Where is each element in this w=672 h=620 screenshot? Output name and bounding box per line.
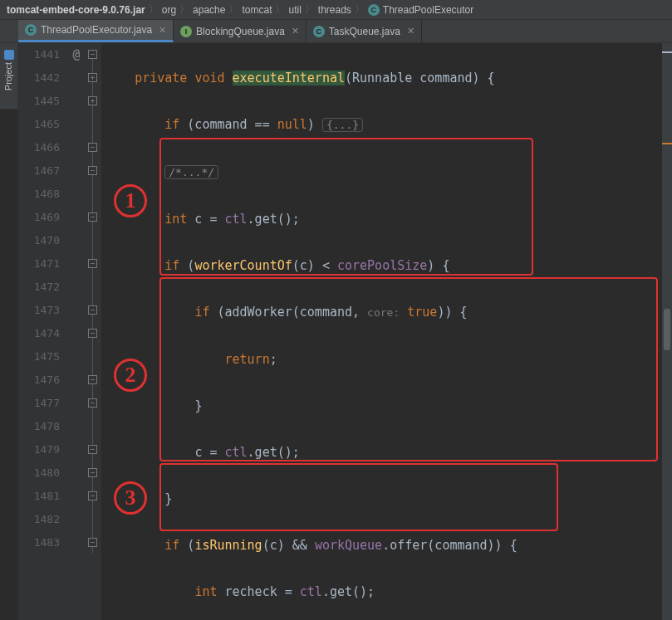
breadcrumb-pkg[interactable]: apache [193, 4, 225, 16]
tab-label: ThreadPoolExecutor.java [41, 24, 152, 36]
close-icon[interactable]: ✕ [407, 26, 414, 37]
code-editor[interactable]: 1441144214451465 1466146714681469 147014… [18, 43, 672, 620]
folded-block[interactable]: {...} [322, 118, 363, 132]
editor-tabs: C ThreadPoolExecutor.java ✕ I BlockingQu… [0, 20, 672, 43]
tab-threadpoolexecutor[interactable]: C ThreadPoolExecutor.java ✕ [18, 20, 174, 42]
project-icon [4, 50, 14, 60]
chevron-icon: 〉 [179, 2, 189, 17]
code-content[interactable]: private void executeInternal(Runnable co… [101, 43, 672, 620]
fold-toggle-icon[interactable]: − [88, 538, 97, 547]
tab-label: BlockingQueue.java [196, 26, 285, 37]
annotation-gutter: @ [68, 43, 85, 620]
fold-toggle-icon[interactable]: − [88, 259, 97, 268]
close-icon[interactable]: ✕ [159, 25, 166, 36]
class-icon: C [313, 26, 325, 37]
fold-toggle-icon[interactable]: − [88, 305, 97, 315]
fold-toggle-icon[interactable]: − [88, 212, 97, 222]
breadcrumb-jar[interactable]: tomcat-embed-core-9.0.76.jar [7, 4, 145, 16]
project-tool-window-tab[interactable]: Project [0, 43, 18, 110]
tab-taskqueue[interactable]: C TaskQueue.java ✕ [307, 20, 422, 42]
breadcrumb-pkg[interactable]: org [162, 4, 176, 16]
breadcrumb-class[interactable]: CThreadPoolExecutor [368, 4, 473, 16]
fold-toggle-icon[interactable]: + [88, 96, 97, 105]
chevron-icon: 〉 [305, 2, 315, 17]
chevron-icon: 〉 [228, 2, 238, 17]
folded-comment[interactable]: /*...*/ [164, 165, 218, 179]
editor-scrollbar[interactable] [662, 43, 672, 620]
fold-toggle-icon[interactable]: + [88, 73, 97, 82]
interface-icon: I [180, 26, 192, 37]
chevron-icon: 〉 [149, 2, 159, 17]
breadcrumb-pkg[interactable]: util [288, 4, 301, 16]
fold-toggle-icon[interactable]: − [88, 375, 97, 384]
fold-gutter: − + + − − − − − − − − − − − − [85, 43, 101, 620]
fold-toggle-icon[interactable]: − [88, 468, 97, 477]
line-number-gutter: 1441144214451465 1466146714681469 147014… [18, 43, 68, 620]
class-icon: C [368, 4, 380, 16]
fold-toggle-icon[interactable]: − [88, 166, 97, 175]
scrollbar-thumb[interactable] [664, 309, 670, 350]
fold-toggle-icon[interactable]: − [88, 398, 97, 408]
fold-toggle-icon[interactable]: − [88, 50, 97, 59]
fold-toggle-icon[interactable]: − [88, 491, 97, 500]
tab-label: TaskQueue.java [329, 26, 400, 37]
breadcrumb: tomcat-embed-core-9.0.76.jar 〉 org 〉 apa… [0, 0, 672, 20]
sidebar-label: Project [4, 61, 14, 90]
breadcrumb-pkg[interactable]: tomcat [242, 4, 272, 16]
tab-blockingqueue[interactable]: I BlockingQueue.java ✕ [174, 20, 307, 42]
chevron-icon: 〉 [355, 2, 365, 17]
class-icon: C [25, 24, 37, 36]
fold-toggle-icon[interactable]: − [88, 329, 97, 338]
fold-toggle-icon[interactable]: − [88, 143, 97, 152]
fold-toggle-icon[interactable]: − [88, 445, 97, 454]
close-icon[interactable]: ✕ [292, 26, 299, 37]
breadcrumb-pkg[interactable]: threads [318, 4, 351, 16]
chevron-icon: 〉 [275, 2, 285, 17]
